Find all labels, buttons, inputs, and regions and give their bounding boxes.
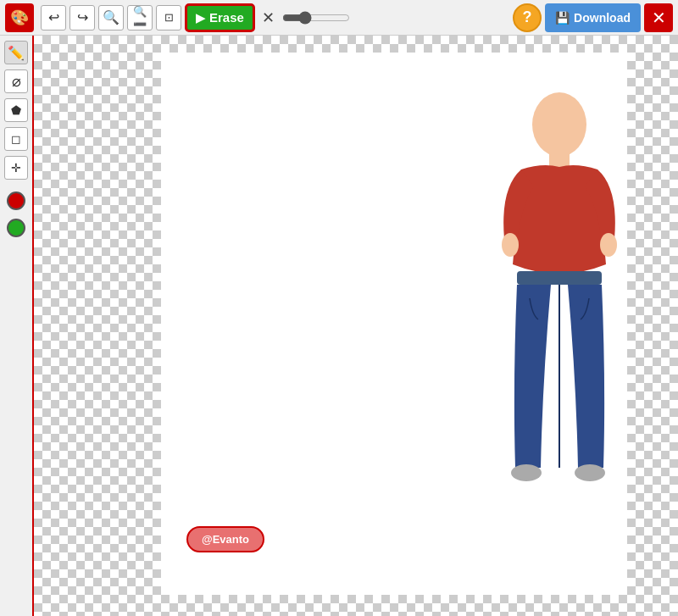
toolbar: 🎨 ↩ ↪ 🔍 🔍➖ ⊡ ▶ Erase ✕ ? 💾 Download ✕ [0, 0, 678, 36]
sidebar: ✏️ ⌀ ⬟ ◻ ✛ [0, 36, 34, 616]
color-swatch-red[interactable] [7, 191, 25, 210]
close-button[interactable]: ✕ [644, 3, 673, 32]
play-icon: ▶ [196, 11, 205, 25]
eraser-tool[interactable]: ◻ [4, 127, 28, 151]
zoom-in-button[interactable]: 🔍 [98, 5, 124, 31]
close-icon: ✕ [652, 8, 666, 28]
polygon-tool[interactable]: ⬟ [4, 98, 28, 122]
eraser-icon: ◻ [11, 132, 21, 146]
logo-button[interactable]: 🎨 [5, 3, 34, 32]
person-image [475, 78, 644, 569]
svg-point-5 [511, 464, 542, 481]
canvas-area: @Evanto [34, 36, 678, 616]
redo-button[interactable]: ↪ [69, 5, 95, 31]
undo-button[interactable]: ↩ [41, 5, 66, 31]
zoom-in-icon: 🔍 [103, 9, 119, 25]
download-label: Download [574, 11, 631, 25]
redo-icon: ↪ [77, 9, 88, 25]
brush-size-slider[interactable] [282, 11, 350, 25]
brush-tool[interactable]: ✏️ [4, 41, 28, 64]
color-swatch-green[interactable] [7, 219, 25, 237]
clear-button[interactable]: ✕ [258, 8, 279, 28]
move-icon: ✛ [11, 161, 21, 175]
svg-point-6 [575, 464, 605, 481]
polygon-icon: ⬟ [11, 103, 21, 117]
erase-label: Erase [209, 10, 244, 25]
fit-icon: ⊡ [164, 11, 174, 24]
lasso-icon: ⌀ [12, 74, 21, 89]
move-tool[interactable]: ✛ [4, 156, 28, 180]
help-icon: ? [523, 8, 532, 26]
clear-icon: ✕ [262, 8, 275, 27]
svg-point-3 [600, 233, 617, 257]
svg-rect-4 [517, 271, 602, 285]
evanto-label[interactable]: @Evanto [186, 526, 264, 552]
svg-point-2 [502, 233, 519, 257]
lasso-tool[interactable]: ⌀ [4, 69, 28, 93]
download-icon: 💾 [555, 11, 570, 25]
erase-button[interactable]: ▶ Erase [185, 3, 255, 32]
zoom-out-button[interactable]: 🔍➖ [127, 5, 153, 31]
zoom-out-icon: 🔍➖ [128, 5, 152, 31]
svg-point-0 [532, 92, 586, 157]
evanto-label-text: @Evanto [202, 533, 249, 546]
brush-icon: ✏️ [8, 45, 25, 61]
logo-icon: 🎨 [10, 8, 29, 27]
undo-icon: ↩ [48, 9, 59, 25]
fit-button[interactable]: ⊡ [156, 5, 181, 31]
help-button[interactable]: ? [513, 3, 542, 32]
download-button[interactable]: 💾 Download [545, 3, 641, 32]
